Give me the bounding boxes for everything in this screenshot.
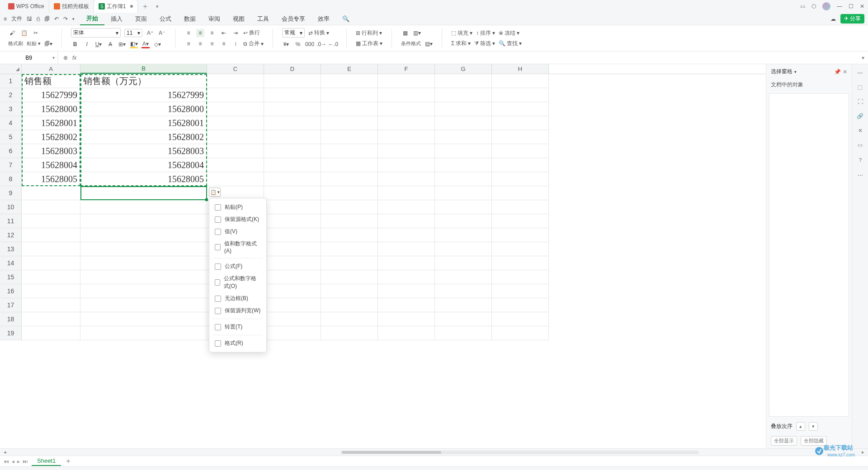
tab-data[interactable]: 数据 [178, 13, 202, 25]
dec-dec-icon[interactable]: ←.0 [329, 40, 337, 48]
cell[interactable]: 15628000 [22, 102, 80, 116]
cell[interactable] [207, 158, 264, 172]
cell[interactable] [435, 270, 492, 284]
cell[interactable] [492, 270, 549, 284]
cell[interactable] [321, 312, 378, 326]
cell[interactable] [264, 214, 321, 228]
menu-paste[interactable]: 粘贴(P) [209, 201, 266, 213]
row-header[interactable]: 12 [0, 228, 22, 242]
select-icon[interactable]: ⬚ [858, 84, 863, 90]
tab-review[interactable]: 审阅 [202, 13, 226, 25]
valign-top-icon[interactable]: ≡ [184, 29, 193, 37]
cell[interactable] [321, 284, 378, 298]
cell[interactable] [435, 102, 492, 116]
border-icon[interactable]: ⊞▾ [118, 40, 126, 48]
clear-fmt-icon[interactable]: ◇▾ [153, 40, 161, 48]
cell[interactable] [321, 326, 378, 340]
cell[interactable] [492, 214, 549, 228]
collapse-icon[interactable]: — [858, 70, 863, 76]
hscroll-thumb[interactable] [342, 451, 441, 454]
cell[interactable] [80, 312, 207, 326]
cell[interactable] [22, 200, 80, 214]
cell[interactable] [378, 270, 435, 284]
cell[interactable] [80, 200, 207, 214]
cell[interactable] [492, 144, 549, 158]
row-header[interactable]: 3 [0, 102, 22, 116]
cell[interactable] [435, 172, 492, 186]
cell[interactable] [207, 102, 264, 116]
tab-formula[interactable]: 公式 [153, 13, 178, 25]
col-header[interactable]: H [492, 64, 549, 74]
cell[interactable] [80, 284, 207, 298]
menu-formula[interactable]: 公式(F) [209, 260, 266, 273]
sheet-prev-icon[interactable]: ◂ [12, 458, 14, 465]
cell[interactable] [207, 144, 264, 158]
tab-home[interactable]: 开始 [80, 13, 104, 25]
cell[interactable] [22, 228, 80, 242]
tab-view[interactable]: 视图 [226, 13, 251, 25]
pin-icon[interactable]: 📌 [834, 69, 841, 75]
row-header[interactable]: 11 [0, 214, 22, 228]
cell[interactable] [264, 228, 321, 242]
cube-icon[interactable]: ⬡ [811, 3, 816, 9]
cell[interactable] [264, 326, 321, 340]
fx-icon[interactable]: fx [72, 55, 76, 61]
redo-icon[interactable]: ↷ [63, 16, 68, 22]
app-tab-wps[interactable]: WPS Office [4, 0, 49, 13]
cell[interactable] [492, 284, 549, 298]
sheet-last-icon[interactable]: ⏭ [23, 458, 28, 465]
font-select[interactable]: 宋体▾ [71, 28, 121, 38]
thousand-icon[interactable]: 000 [306, 40, 314, 48]
paste-options-button[interactable]: 📋▾ [209, 188, 221, 197]
percent-icon[interactable]: % [294, 40, 302, 48]
cell[interactable] [80, 242, 207, 256]
row-header[interactable]: 9 [0, 186, 22, 200]
zoom-fx-icon[interactable]: ⊕ [63, 55, 68, 61]
cell[interactable] [378, 326, 435, 340]
cell[interactable] [492, 116, 549, 130]
cell[interactable]: 15627999 [80, 88, 207, 102]
cell[interactable] [378, 130, 435, 144]
row-header[interactable]: 8 [0, 172, 22, 186]
cell[interactable] [492, 158, 549, 172]
cloud-icon[interactable]: ☁ [830, 16, 836, 22]
close-icon[interactable]: ✕ [843, 69, 847, 75]
menu-keep-src-fmt[interactable]: 保留源格式(K) [209, 213, 266, 226]
cell[interactable] [321, 228, 378, 242]
cell[interactable] [378, 242, 435, 256]
valign-bot-icon[interactable]: ≡ [208, 29, 216, 37]
cell[interactable] [378, 116, 435, 130]
cell[interactable] [378, 102, 435, 116]
col-header[interactable]: B [80, 64, 207, 74]
fontcolor-icon[interactable]: A▾ [142, 40, 150, 48]
find-button[interactable]: 🔍 查找 ▾ [499, 40, 522, 47]
row-header[interactable]: 14 [0, 256, 22, 270]
align-left-icon[interactable]: ≡ [184, 40, 193, 48]
wrap-button[interactable]: ↩ 换行 [243, 29, 260, 37]
row-header[interactable]: 4 [0, 116, 22, 130]
row-header[interactable]: 6 [0, 144, 22, 158]
undo-icon[interactable]: ↶ [54, 16, 59, 22]
format-brush-icon[interactable]: 🖌 [8, 29, 16, 37]
cell[interactable] [435, 256, 492, 270]
fxbar-expand-icon[interactable]: ▾ [858, 55, 868, 61]
cell[interactable] [492, 312, 549, 326]
format-brush-label[interactable]: 格式刷 [8, 40, 23, 47]
col-header[interactable]: E [321, 64, 378, 74]
cell[interactable] [492, 242, 549, 256]
cell[interactable]: 15628005 [80, 172, 207, 186]
row-header[interactable]: 2 [0, 88, 22, 102]
cell[interactable] [435, 242, 492, 256]
menu-formula-num[interactable]: 公式和数字格式(O) [209, 273, 266, 292]
cell[interactable] [22, 270, 80, 284]
tab-vip[interactable]: 会员专享 [275, 13, 311, 25]
cell[interactable] [264, 144, 321, 158]
cell[interactable] [435, 186, 492, 200]
filter-button[interactable]: ⧩ 筛选 ▾ [474, 40, 495, 47]
chevron-down-icon[interactable]: ▾ [794, 70, 797, 74]
save-icon[interactable]: 🖫 [27, 16, 32, 22]
name-box[interactable]: ▾ [0, 52, 58, 64]
layout-icon[interactable]: ▭ [800, 3, 805, 9]
select-all-corner[interactable]: ◢ [0, 64, 22, 74]
row-header[interactable]: 10 [0, 200, 22, 214]
